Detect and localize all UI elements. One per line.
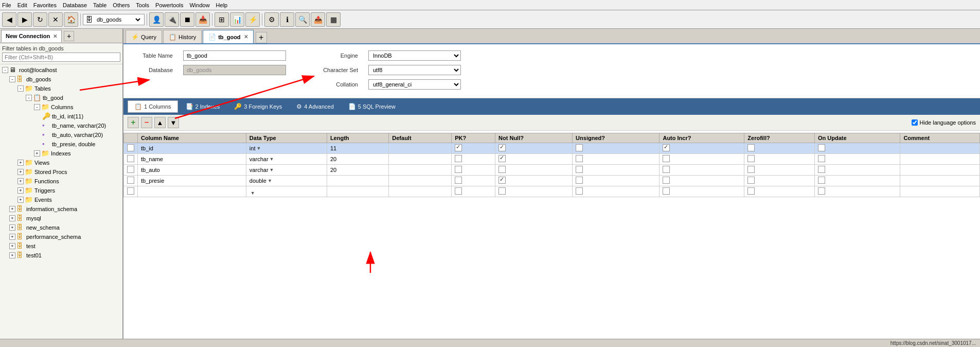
move-down-btn[interactable]: ▼ xyxy=(168,117,179,128)
tree-db-test[interactable]: + 🗄 test xyxy=(0,241,122,251)
cell-checkbox[interactable] xyxy=(498,166,506,173)
cell-checkbox[interactable] xyxy=(663,144,670,151)
col-default-cell[interactable] xyxy=(389,186,452,197)
cell-checkbox[interactable] xyxy=(576,155,583,162)
tree-indexes-folder[interactable]: + 📁 Indexes xyxy=(0,149,122,158)
col-comment-cell[interactable] xyxy=(900,176,980,186)
toolbar-connect-btn[interactable]: 🔌 xyxy=(165,12,179,27)
col-onupdate-cell[interactable] xyxy=(815,143,900,154)
tree-db-information-schema[interactable]: + 🗄 information_schema xyxy=(0,204,122,214)
toolbar-home-btn[interactable]: 🏠 xyxy=(64,12,78,27)
new-connection-tab[interactable]: New Connection ✕ xyxy=(1,30,62,42)
col-comment-cell[interactable] xyxy=(900,154,980,165)
menu-others[interactable]: Others xyxy=(113,2,130,8)
toolbar-user-btn[interactable]: 👤 xyxy=(149,12,164,27)
col-zerofill-cell[interactable] xyxy=(744,165,815,176)
col-name-cell[interactable]: tb_auto xyxy=(138,165,246,176)
hide-lang-checkbox[interactable] xyxy=(912,119,918,126)
col-zerofill-cell[interactable] xyxy=(744,154,815,165)
tree-columns-toggle[interactable]: - xyxy=(34,104,40,110)
cell-checkbox[interactable] xyxy=(127,155,134,162)
toolbar-disconnect-btn[interactable]: ⏹ xyxy=(180,12,194,27)
col-onupdate-cell[interactable] xyxy=(815,154,900,165)
tree-col-tb-auto[interactable]: ▪ tb_auto, varchar(20) xyxy=(0,130,122,140)
cell-checkbox[interactable] xyxy=(455,155,462,162)
col-length-cell[interactable]: 20 xyxy=(327,154,388,165)
tree-root[interactable]: - 🖥 root@localhost xyxy=(0,65,122,75)
col-length-cell[interactable]: 11 xyxy=(327,143,388,154)
toolbar-import-btn[interactable]: 📥 xyxy=(195,12,210,27)
cell-checkbox[interactable] xyxy=(818,155,825,162)
col-autoincr-cell[interactable] xyxy=(660,143,744,154)
collation-select[interactable]: utf8_general_ci xyxy=(368,79,461,90)
row-checkbox-cell[interactable] xyxy=(124,176,138,186)
col-comment-cell[interactable] xyxy=(900,143,980,154)
tree-db-mysql-toggle[interactable]: + xyxy=(9,215,15,221)
cell-checkbox[interactable] xyxy=(747,144,755,151)
filter-input[interactable] xyxy=(2,53,120,62)
cell-checkbox[interactable] xyxy=(818,187,825,195)
tree-views-folder[interactable]: + 📁 Views xyxy=(0,158,122,167)
sub-tab-foreign-keys[interactable]: 🔑 3 Foreign Keys xyxy=(227,100,289,113)
cell-checkbox[interactable] xyxy=(663,177,670,184)
tree-db-goods[interactable]: - 🗄 db_goods xyxy=(0,75,122,84)
tree-tb-good[interactable]: - 📋 tb_good xyxy=(0,93,122,102)
cell-checkbox[interactable] xyxy=(576,144,583,151)
move-up-btn[interactable]: ▲ xyxy=(154,117,166,128)
col-onupdate-cell[interactable] xyxy=(815,176,900,186)
tree-col-tb-name[interactable]: ▪ tb_name, varchar(20) xyxy=(0,121,122,130)
col-unsigned-cell[interactable] xyxy=(573,176,660,186)
col-type-cell[interactable]: double▼ xyxy=(246,176,327,186)
col-name-cell[interactable]: tb_presie xyxy=(138,176,246,186)
tree-db-infosys-toggle[interactable]: + xyxy=(9,206,15,212)
col-autoincr-cell[interactable] xyxy=(660,154,744,165)
col-default-cell[interactable] xyxy=(389,143,452,154)
col-default-cell[interactable] xyxy=(389,176,452,186)
cell-checkbox[interactable] xyxy=(818,177,825,184)
cell-checkbox[interactable] xyxy=(455,177,462,184)
cell-checkbox[interactable] xyxy=(747,166,755,173)
col-type-cell[interactable]: varchar▼ xyxy=(246,154,327,165)
menu-favorites[interactable]: Favorites xyxy=(33,2,57,8)
col-name-cell[interactable] xyxy=(138,186,246,197)
tree-tables-folder[interactable]: - 📁 Tables xyxy=(0,84,122,93)
col-unsigned-cell[interactable] xyxy=(573,154,660,165)
toolbar-refresh-btn[interactable]: ↻ xyxy=(33,12,47,27)
cell-checkbox[interactable] xyxy=(498,155,506,162)
col-notnull-cell[interactable] xyxy=(495,165,573,176)
row-checkbox-cell[interactable] xyxy=(124,143,138,154)
col-unsigned-cell[interactable] xyxy=(573,186,660,197)
toolbar-export-btn[interactable]: 📤 xyxy=(311,12,325,27)
toolbar-grid-btn[interactable]: ⊞ xyxy=(215,12,229,27)
menu-window[interactable]: Window xyxy=(189,2,209,8)
col-zerofill-cell[interactable] xyxy=(744,186,815,197)
col-type-cell[interactable]: ▼ xyxy=(246,186,327,197)
cell-checkbox[interactable] xyxy=(818,144,825,151)
toolbar-info-btn[interactable]: ℹ xyxy=(280,12,294,27)
tree-triggers-folder[interactable]: + 📁 Triggers xyxy=(0,186,122,195)
table-row[interactable]: tb_auto varchar▼ 20 xyxy=(124,165,980,176)
tree-columns-folder[interactable]: - 📁 Columns xyxy=(0,102,122,112)
col-pk-cell[interactable] xyxy=(452,143,495,154)
col-pk-cell[interactable] xyxy=(452,165,495,176)
col-zerofill-cell[interactable] xyxy=(744,143,815,154)
menu-tools[interactable]: Tools xyxy=(136,2,149,8)
type-dropdown[interactable]: varchar▼ xyxy=(250,167,274,173)
tree-db-perf-schema[interactable]: + 🗄 performance_schema xyxy=(0,232,122,241)
cell-checkbox[interactable] xyxy=(498,187,506,195)
row-checkbox-cell[interactable] xyxy=(124,165,138,176)
tree-db-test01[interactable]: + 🗄 test01 xyxy=(0,251,122,260)
cell-checkbox[interactable] xyxy=(663,187,670,195)
menu-file[interactable]: File xyxy=(2,2,11,8)
engine-select[interactable]: InnoDB xyxy=(368,50,461,61)
col-default-cell[interactable] xyxy=(389,154,452,165)
toolbar-table-btn[interactable]: 📊 xyxy=(230,12,244,27)
col-notnull-cell[interactable] xyxy=(495,154,573,165)
col-onupdate-cell[interactable] xyxy=(815,165,900,176)
col-type-cell[interactable]: varchar▼ xyxy=(246,165,327,176)
toolbar-forward-btn[interactable]: ▶ xyxy=(17,12,32,27)
cell-checkbox[interactable] xyxy=(455,144,462,151)
tree-tables-toggle[interactable]: - xyxy=(17,85,24,92)
new-connection-tab-close[interactable]: ✕ xyxy=(53,33,57,39)
table-name-input[interactable] xyxy=(183,50,286,61)
